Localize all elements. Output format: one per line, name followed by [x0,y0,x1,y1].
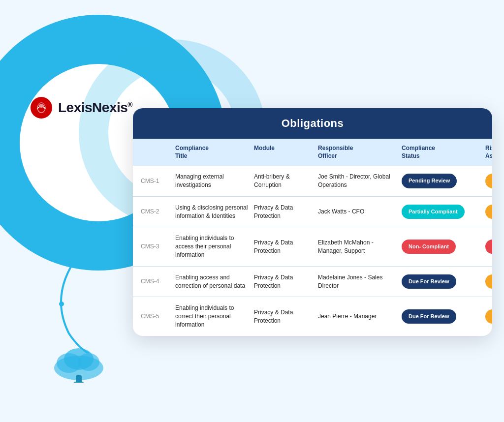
table-row: CMS-2 Using & disclosing personal inform… [133,197,492,228]
badge-risk-medium-1: Medium [485,174,492,188]
col-header-id [138,145,172,160]
badge-risk-medium-2: Medium [485,205,492,219]
obligations-card: Obligations ComplianceTitle Module Respo… [133,108,492,336]
col-header-title: ComplianceTitle [172,145,251,160]
badge-risk-medium-4: Medium [485,274,492,289]
row-risk-2: Medium [482,205,492,219]
table-row: CMS-3 Enabling individuals to access the… [133,227,492,266]
col-header-status: ComplianceStatus [399,145,482,160]
card-title: Obligations [133,108,492,139]
svg-rect-8 [76,375,82,383]
row-title-2: Using & disclosing personal information … [172,204,251,220]
table-row: CMS-4 Enabling access and correction of … [133,267,492,298]
badge-risk-medium-5: Medium [485,309,492,324]
row-module-1: Anti-bribery & Corruption [251,173,315,189]
table-row: CMS-5 Enabling individuals to correct th… [133,297,492,335]
badge-pending-review: Pending Review [402,174,457,188]
row-risk-5: Medium [482,309,492,324]
row-module-2: Privacy & Data Protection [251,204,315,220]
obligations-table: ComplianceTitle Module ResponsibleOffice… [133,139,492,336]
svg-point-3 [59,301,64,306]
badge-risk-high: High [485,240,492,254]
col-header-officer: ResponsibleOfficer [315,145,399,160]
row-risk-3: High [482,240,492,254]
row-risk-1: Medium [482,174,492,188]
lexisnexis-logo-icon [30,96,53,120]
col-header-risk: RiskAssessment [482,145,492,160]
col-header-module: Module [251,145,315,160]
row-module-5: Privacy & Data Protection [251,308,315,325]
table-headers: ComplianceTitle Module ResponsibleOffice… [133,139,492,166]
row-id-2: CMS-2 [138,208,172,216]
badge-due-for-review-4: Due For Review [402,274,456,289]
row-id-1: CMS-1 [138,177,172,185]
badge-partially-compliant: Partially Compliant [402,205,465,219]
svg-point-7 [64,348,94,370]
row-status-1: Pending Review [399,174,482,188]
badge-non-compliant: Non- Compliant [402,240,456,254]
row-module-4: Privacy & Data Protection [251,273,315,290]
row-title-4: Enabling access and correction of person… [172,273,251,290]
row-id-5: CMS-5 [138,312,172,321]
row-officer-2: Jack Watts - CFO [315,208,399,216]
badge-due-for-review-5: Due For Review [402,309,456,324]
table-row: CMS-1 Managing external investigations A… [133,166,492,197]
row-officer-5: Jean Pierre - Manager [315,312,399,321]
row-module-3: Privacy & Data Protection [251,239,315,255]
row-officer-3: Elizabeth McMahon - Manager, Support [315,239,399,255]
connector-decoration [39,255,118,353]
logo-text: LexisNexis® [58,100,132,116]
cloud-decoration [49,343,108,383]
row-title-1: Managing external investigations [172,173,251,189]
row-status-2: Partially Compliant [399,205,482,219]
row-status-4: Due For Review [399,274,482,289]
row-status-3: Non- Compliant [399,240,482,254]
logo-container: LexisNexis® [30,96,132,120]
svg-rect-9 [74,382,84,383]
row-risk-4: Medium [482,274,492,289]
row-title-5: Enabling individuals to correct their pe… [172,304,251,329]
row-officer-4: Madelaine Jones - Sales Director [315,273,399,290]
row-title-3: Enabling individuals to access their per… [172,234,251,259]
row-id-4: CMS-4 [138,277,172,286]
row-status-5: Due For Review [399,309,482,324]
row-id-3: CMS-3 [138,242,172,251]
row-officer-1: Joe Smith - Director, Global Operations [315,173,399,189]
